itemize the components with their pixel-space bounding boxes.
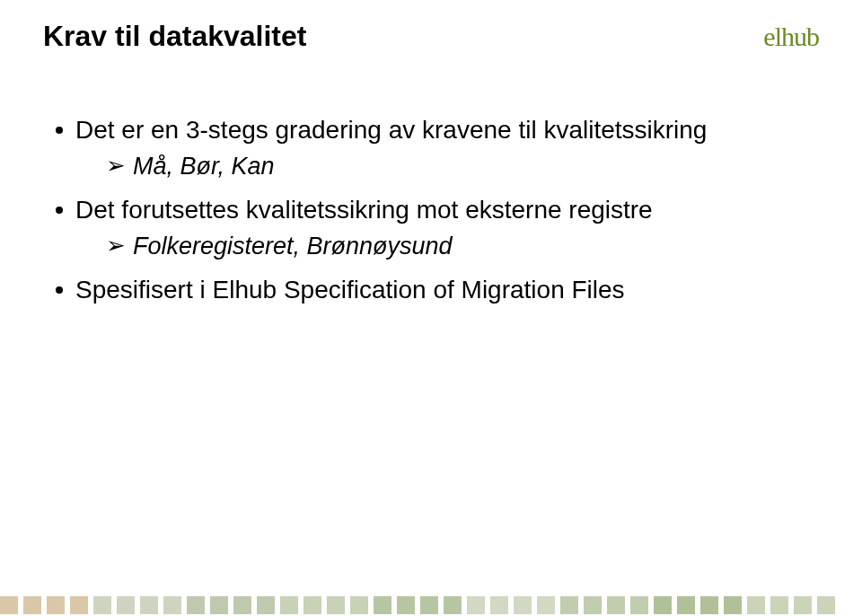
bullet-text: Det er en 3-stegs gradering av kravene t… xyxy=(75,114,707,146)
decorative-square xyxy=(233,596,251,614)
decorative-square xyxy=(397,596,415,614)
decorative-square xyxy=(584,596,602,614)
decorative-square xyxy=(257,596,275,614)
slide: Krav til datakvalitet elhub Det er en 3-… xyxy=(0,0,862,616)
sub-bullet-item: ➢ Folkeregisteret, Brønnøysund xyxy=(106,230,808,262)
bullet-dot-icon xyxy=(56,207,63,214)
decorative-square xyxy=(327,596,345,614)
decorative-square xyxy=(537,596,555,614)
decorative-square xyxy=(70,596,88,614)
decorative-square xyxy=(747,596,765,614)
decorative-square xyxy=(630,596,648,614)
slide-content: Det er en 3-stegs gradering av kravene t… xyxy=(56,103,808,306)
brand-logo: elhub xyxy=(763,22,819,52)
sub-bullet-text: Folkeregisteret, Brønnøysund xyxy=(133,230,453,262)
decorative-square xyxy=(654,596,672,614)
decorative-square xyxy=(187,596,205,614)
decorative-square xyxy=(794,596,812,614)
decorative-square xyxy=(467,596,485,614)
decorative-square xyxy=(23,596,41,614)
decorative-square xyxy=(47,596,65,614)
decorative-square xyxy=(514,596,532,614)
bullet-item: Det er en 3-stegs gradering av kravene t… xyxy=(56,114,808,146)
arrow-right-icon: ➢ xyxy=(106,230,126,261)
decorative-square xyxy=(210,596,228,614)
decorative-square xyxy=(724,596,742,614)
sub-bullet-text: Må, Bør, Kan xyxy=(133,150,275,182)
bullet-text: Spesifisert i Elhub Specification of Mig… xyxy=(75,274,625,306)
bullet-item: Spesifisert i Elhub Specification of Mig… xyxy=(56,274,808,306)
decorative-square xyxy=(163,596,181,614)
decorative-square xyxy=(817,596,835,614)
decorative-square xyxy=(140,596,158,614)
decorative-square xyxy=(280,596,298,614)
decorative-square xyxy=(560,596,578,614)
decorative-square xyxy=(93,596,111,614)
decorative-square xyxy=(350,596,368,614)
decorative-square xyxy=(677,596,695,614)
page-title: Krav til datakvalitet xyxy=(43,20,306,53)
decorative-square xyxy=(444,596,462,614)
decorative-square xyxy=(700,596,718,614)
bullet-text: Det forutsettes kvalitetssikring mot eks… xyxy=(75,194,653,226)
decorative-square xyxy=(0,596,18,614)
decorative-square xyxy=(770,596,788,614)
decorative-square xyxy=(117,596,135,614)
decorative-square xyxy=(420,596,438,614)
decorative-square xyxy=(607,596,625,614)
decorative-squares-row xyxy=(0,596,862,616)
bullet-dot-icon xyxy=(56,127,63,134)
bullet-dot-icon xyxy=(56,286,63,294)
decorative-square xyxy=(374,596,391,614)
decorative-square xyxy=(303,596,321,614)
arrow-right-icon: ➢ xyxy=(106,150,126,181)
decorative-square xyxy=(490,596,508,614)
bullet-item: Det forutsettes kvalitetssikring mot eks… xyxy=(56,194,808,226)
sub-bullet-item: ➢ Må, Bør, Kan xyxy=(106,150,808,182)
